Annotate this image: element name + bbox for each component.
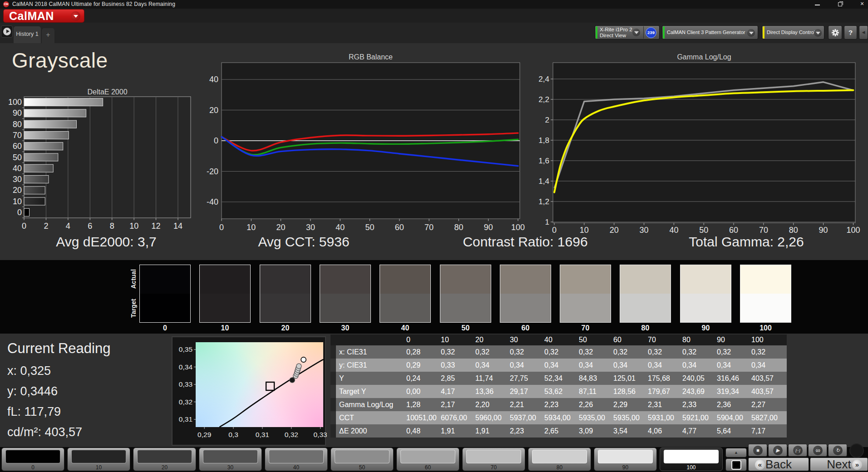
summary-stat-3: Total Gamma: 2,26 (689, 234, 804, 250)
svg-text:2: 2 (545, 116, 549, 124)
grayscale-swatch-strip: Actual Target 0102030405060708090100 (0, 260, 868, 334)
pattern-button-20[interactable]: 20 (133, 447, 196, 471)
pattern-generator-dropdown[interactable]: CalMAN Client 3 Pattern Generator (662, 25, 758, 39)
pattern-button-100[interactable]: 100 (660, 447, 723, 471)
pattern-window-mode-button[interactable] (725, 458, 747, 471)
back-chevrons-icon: « (755, 460, 765, 470)
pattern-button-70[interactable]: 70 (462, 447, 525, 471)
next-button[interactable]: Next » (810, 457, 868, 471)
row-label: Target Y (336, 385, 403, 398)
stop-button[interactable]: ■ (748, 444, 767, 457)
meter-badge[interactable]: 239 (646, 27, 656, 38)
infinity-button[interactable]: ∞ (808, 444, 827, 457)
table-cell: 2,23 (541, 398, 576, 411)
swatch-label: 10 (199, 324, 251, 332)
window-title: CalMAN 2018 CalMAN Ultimate for Business… (12, 1, 175, 7)
meter-dropdown[interactable]: X-Rite i1Pro 2 Direct View 239 (595, 25, 660, 39)
settings-button[interactable] (828, 25, 842, 39)
row-label: Y (336, 372, 403, 385)
svg-text:0: 0 (219, 223, 224, 232)
close-button[interactable]: × (855, 0, 868, 9)
display-control-dropdown[interactable]: Direct Display Control (762, 25, 824, 39)
swatch-target (260, 294, 311, 322)
nav-arrow-button[interactable] (1, 25, 13, 38)
svg-text:20: 20 (276, 223, 286, 232)
table-cell: 5,64 (714, 424, 748, 438)
app-icon: CM (3, 1, 9, 7)
swatch-label: 70 (560, 324, 611, 332)
pattern-label: 40 (265, 464, 327, 471)
current-reading-value-0: x: 0,325 (7, 364, 51, 378)
tab-history-1[interactable]: History 1 (14, 26, 41, 43)
table-cell: 2,33 (679, 398, 714, 411)
collapse-toolbar-button[interactable]: ◀ (859, 25, 868, 39)
restore-button[interactable] (833, 0, 847, 9)
pattern-button-60[interactable]: 60 (396, 447, 459, 471)
svg-text:60: 60 (395, 223, 404, 232)
calman-logo-menu[interactable]: CalMAN (4, 10, 84, 22)
swatch-20 (260, 265, 311, 323)
table-cell: 10051,00 (403, 411, 438, 424)
pattern-up-button[interactable]: ▲ (725, 448, 747, 457)
table-cell: 403,57 (748, 385, 787, 398)
pattern-swatch (400, 450, 455, 463)
svg-text:0,3: 0,3 (228, 431, 238, 438)
chevron-down-icon (814, 29, 822, 37)
svg-text:0,31: 0,31 (179, 415, 192, 423)
table-cell: 125,01 (610, 372, 645, 385)
pattern-swatch (598, 450, 653, 463)
swatch-0 (139, 265, 191, 323)
back-button[interactable]: « Back (748, 457, 809, 471)
swatch-100 (740, 265, 791, 323)
svg-text:80: 80 (454, 223, 463, 232)
table-cell: 0,32 (679, 345, 714, 359)
table-cell: 0,34 (610, 359, 645, 372)
svg-text:40: 40 (209, 75, 218, 84)
table-cell: 5904,00 (714, 411, 748, 424)
svg-text:2,2: 2,2 (538, 95, 549, 104)
table-cell: 2,17 (438, 398, 472, 411)
pattern-label: 50 (331, 464, 393, 471)
svg-text:100: 100 (846, 226, 860, 235)
pattern-button-80[interactable]: 80 (528, 447, 591, 471)
table-cell: 3,54 (610, 424, 645, 438)
meter-status-bar (596, 26, 597, 39)
help-button[interactable]: ? (844, 25, 857, 39)
pattern-button-30[interactable]: 30 (199, 447, 262, 471)
svg-text:0,31: 0,31 (256, 431, 269, 438)
bottom-panel: Current Reading x: 0,325y: 0,3446fL: 117… (0, 334, 868, 447)
svg-text:10: 10 (580, 226, 589, 235)
step-button[interactable]: [··] (788, 444, 807, 457)
stop-icon: ■ (753, 446, 763, 455)
column-header: 20 (472, 334, 507, 345)
play-icon: ▶ (773, 446, 783, 455)
column-header: 60 (610, 334, 645, 345)
swatch-label: 80 (620, 324, 671, 332)
table-cell: 179,67 (645, 385, 679, 398)
table-cell: 1,28 (403, 398, 438, 411)
play-button[interactable]: ▶ (768, 444, 787, 457)
swatch-target (380, 294, 430, 322)
table-cell: 2,36 (714, 398, 748, 411)
pattern-button-90[interactable]: 90 (594, 447, 657, 471)
table-cell: 5931,00 (645, 411, 679, 424)
table-cell: 0,32 (645, 345, 679, 359)
display-control-name: Direct Display Control (767, 30, 815, 35)
table-cell: 7,17 (748, 424, 787, 438)
pattern-button-50[interactable]: 50 (330, 447, 394, 471)
pattern-button-0[interactable]: 0 (1, 447, 64, 471)
pattern-button-10[interactable]: 10 (67, 447, 130, 471)
table-cell: 2,29 (610, 398, 645, 411)
refresh-button[interactable]: ↻ (828, 444, 847, 457)
svg-text:0,29: 0,29 (197, 431, 211, 438)
svg-text:0: 0 (552, 226, 557, 235)
add-tab-button[interactable]: + (42, 28, 54, 43)
svg-text:0,32: 0,32 (285, 431, 298, 438)
main-chart-area: Grayscale DeltaE 2000 RGB Balance Gamma … (0, 43, 868, 260)
swatch-target (681, 294, 731, 322)
tab-strip: History 1 + X-Rite i1Pro 2 Direct View 2… (0, 23, 868, 43)
swatch-actual (560, 265, 611, 294)
pattern-button-40[interactable]: 40 (265, 447, 328, 471)
minimize-button[interactable] (810, 0, 824, 9)
svg-text:60: 60 (729, 226, 738, 235)
